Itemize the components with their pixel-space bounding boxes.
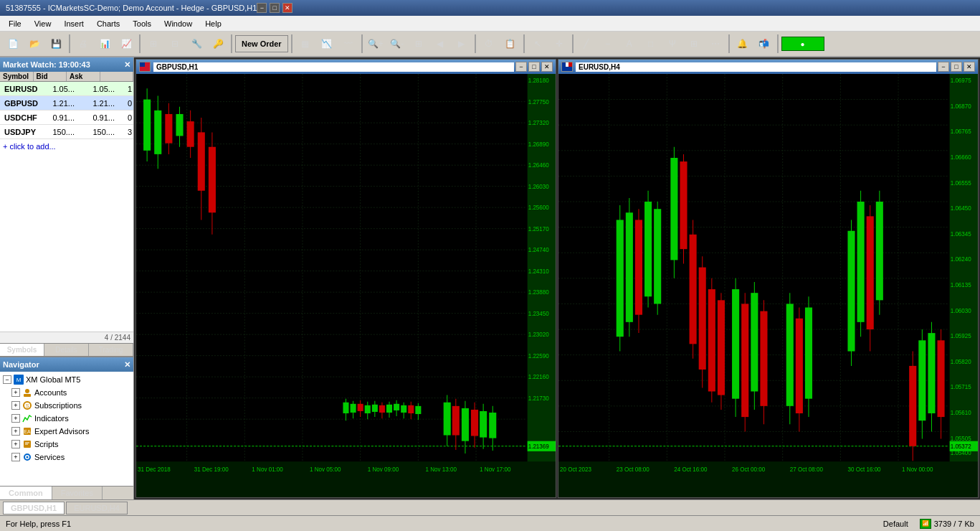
chart-close-gbpusd[interactable]: ✕ [541, 62, 553, 72]
tb-cursor[interactable]: ↖ [528, 34, 548, 54]
nav-services[interactable]: + Services [1, 451, 132, 464]
tab-details[interactable]: Details [44, 344, 89, 356]
tb-text[interactable]: A [619, 34, 639, 54]
tb-period-btn[interactable]: ⏱ [479, 34, 499, 54]
svg-text:1.25600: 1.25600 [528, 205, 550, 211]
tb-fit[interactable]: ⊞ [409, 34, 429, 54]
tb-btn4[interactable]: ⊟ [165, 34, 185, 54]
svg-rect-115 [489, 413, 496, 438]
tab-favorites[interactable]: Favorites [52, 487, 103, 499]
svg-text:1 Nov 13:00: 1 Nov 13:00 [425, 466, 457, 473]
tab-common[interactable]: Common [0, 487, 52, 499]
nav-expand-scripts[interactable]: + [11, 440, 20, 448]
svg-rect-107 [452, 406, 460, 436]
maximize-button[interactable]: □ [270, 3, 280, 13]
nav-label-subs: Subscriptions [34, 401, 82, 410]
svg-text:26 Oct 00:00: 26 Oct 00:00 [732, 466, 766, 473]
statusbar: For Help, press F1 Default 📶 3739 / 7 Kb [0, 515, 980, 531]
connection-indicator: ● [781, 37, 824, 51]
mw-row-usdjpy[interactable]: USDJPY 150.... 150.... 3 [0, 125, 133, 139]
nav-expand-services[interactable]: + [11, 453, 20, 461]
tb-print-button[interactable]: 🖨 [73, 34, 93, 54]
tb-bar-chart[interactable]: ▦ [295, 34, 315, 54]
mw-add-symbol[interactable]: + click to add... [0, 139, 133, 154]
tb-alerts[interactable]: 🔔 [733, 34, 753, 54]
tb-grid[interactable]: ⊞ [684, 34, 704, 54]
svg-rect-14 [140, 62, 145, 67]
nav-expand-ea[interactable]: + [11, 427, 20, 436]
chart-tab-eurusd[interactable]: EURUSD,H4 [66, 502, 128, 514]
chart-maximize-gbpusd[interactable]: □ [528, 62, 540, 72]
tb-new-button[interactable]: 📄 [3, 34, 23, 54]
tab-symbols[interactable]: Symbols [0, 344, 44, 356]
svg-text:1.23880: 1.23880 [528, 289, 550, 296]
tb-line[interactable]: ╱ [576, 34, 596, 54]
nav-icon-accounts [22, 387, 33, 398]
nav-expand-ind[interactable]: + [11, 414, 20, 423]
tb-line-chart[interactable]: 〰 [338, 34, 358, 54]
nav-expand-subs[interactable]: + [11, 401, 20, 410]
tb-template[interactable]: 📋 [500, 34, 520, 54]
menu-window[interactable]: Window [158, 16, 198, 31]
menu-view[interactable]: View [29, 16, 57, 31]
tb-fib[interactable]: Ψ [662, 34, 682, 54]
svg-rect-199 [760, 311, 767, 406]
chart-close-eurusd[interactable]: ✕ [964, 62, 975, 72]
svg-rect-99 [401, 405, 406, 413]
nav-accounts[interactable]: + Accounts [1, 386, 132, 399]
mw-row-gbpusd[interactable]: GBPUSD 1.21... 1.21... 0 [0, 96, 133, 111]
chart-body-eurusd[interactable]: 1.06975 1.06870 1.06765 1.06660 1.06555 … [558, 74, 978, 497]
chart-minimize-gbpusd[interactable]: − [515, 62, 527, 72]
tb-zoom-out[interactable]: 🔍- [387, 34, 407, 54]
nav-indicators[interactable]: + Indicators [1, 412, 132, 425]
mw-ask-usdchf: 0.91... [77, 113, 118, 122]
svg-text:1.26030: 1.26030 [528, 184, 550, 190]
nav-expand-accounts[interactable]: + [11, 388, 20, 397]
tb-hline[interactable]: − [598, 34, 618, 54]
tb-scroll-left[interactable]: ◀ [430, 34, 450, 54]
minimize-button[interactable]: − [257, 3, 267, 13]
tb-more[interactable]: ⋯ [705, 34, 726, 54]
tb-save-button[interactable]: 💾 [46, 34, 66, 54]
mw-row-eurusd[interactable]: EURUSD 1.05... 1.05... 1 [0, 82, 133, 96]
menu-insert[interactable]: Insert [58, 16, 90, 31]
new-order-button[interactable]: New Order [235, 35, 288, 52]
tb-btn3[interactable]: ⊞ [143, 34, 163, 54]
svg-rect-71 [154, 111, 161, 154]
nav-expert-advisors[interactable]: + EA Expert Advisors [1, 425, 132, 438]
tb-crosshair[interactable]: ✛ [549, 34, 569, 54]
svg-rect-183 [680, 161, 687, 249]
chart-minimize-eurusd[interactable]: − [938, 62, 949, 72]
chart-tab-gbpusd[interactable]: GBPUSD,H1 [3, 502, 65, 514]
nav-icon-ea: EA [22, 426, 33, 437]
tb-btn6[interactable]: 🔑 [208, 34, 228, 54]
statusbar-conn-text: 3739 / 7 Kb [934, 520, 974, 528]
tb-btn5[interactable]: 🔧 [186, 34, 206, 54]
tb-rect[interactable]: □ [641, 34, 661, 54]
nav-scripts[interactable]: + Scripts [1, 438, 132, 451]
tab-trading[interactable]: Trading [89, 344, 133, 356]
svg-point-12 [27, 456, 29, 459]
tb-chart-button[interactable]: 📊 [95, 34, 115, 54]
market-watch-close[interactable]: ✕ [124, 60, 130, 70]
chart-body-gbpusd[interactable]: 1.28180 1.27750 1.27320 1.26890 1.26460 … [136, 74, 556, 497]
tb-chart2-button[interactable]: 📈 [116, 34, 136, 54]
menu-charts[interactable]: Charts [91, 16, 125, 31]
tb-candle-chart[interactable]: 📉 [317, 34, 337, 54]
nav-xm-global[interactable]: − M XM Global MT5 [1, 373, 132, 386]
tb-scroll-right[interactable]: ▶ [452, 34, 472, 54]
menu-tools[interactable]: Tools [127, 16, 157, 31]
mw-row-usdchf[interactable]: USDCHF 0.91... 0.91... 0 [0, 111, 133, 125]
navigator-close[interactable]: ✕ [124, 360, 130, 370]
chart-titlebar-gbpusd: GBPUSD,H1 − □ ✕ [136, 60, 556, 74]
nav-subscriptions[interactable]: + S Subscriptions [1, 399, 132, 412]
chart-maximize-eurusd[interactable]: □ [951, 62, 962, 72]
menu-file[interactable]: File [3, 16, 27, 31]
svg-text:30 Oct 16:00: 30 Oct 16:00 [847, 466, 881, 473]
tb-open-button[interactable]: 📂 [24, 34, 44, 54]
menu-help[interactable]: Help [199, 16, 227, 31]
close-button[interactable]: ✕ [282, 3, 292, 13]
nav-expand-xm[interactable]: − [3, 375, 11, 384]
tb-notifications[interactable]: 📬 [754, 34, 774, 54]
tb-zoom-in[interactable]: 🔍+ [366, 34, 386, 54]
